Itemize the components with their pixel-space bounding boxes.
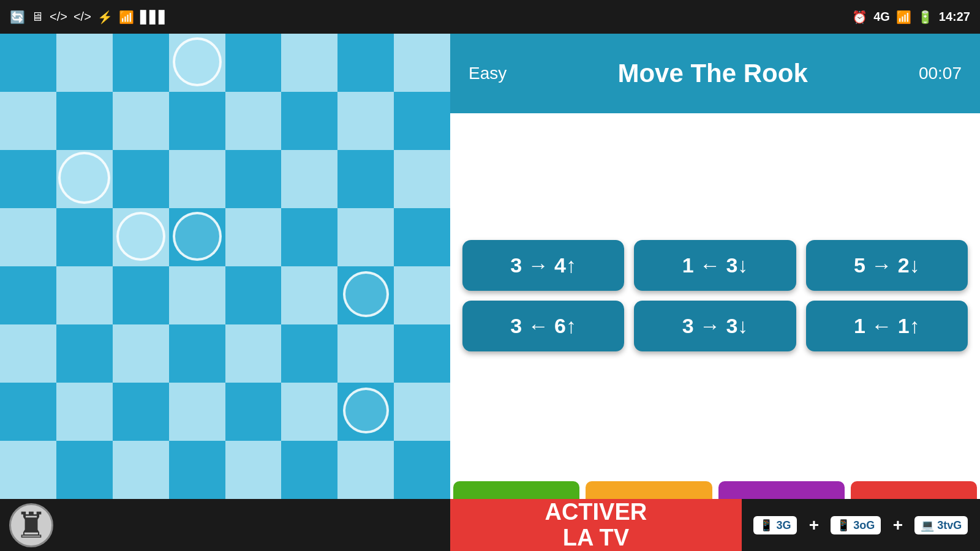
cell-5-1[interactable] [56, 324, 113, 383]
screen-icon: 🖥 [31, 10, 43, 24]
difficulty-label: Easy [469, 64, 507, 83]
cell-1-7[interactable] [394, 92, 450, 150]
move-button-3[interactable]: 5 → 2↓ [806, 240, 968, 291]
chessboard[interactable] [0, 34, 450, 499]
network-label: 4G [873, 10, 890, 24]
cell-4-1[interactable] [56, 266, 113, 324]
piece-circle-2-1[interactable] [58, 152, 110, 204]
cell-5-7[interactable] [394, 324, 450, 383]
cell-5-3[interactable] [169, 324, 225, 383]
barcode-icon: ▋▋▋ [140, 10, 168, 24]
cell-0-7[interactable] [394, 34, 450, 92]
ad-text: ACTIVERLA TV [450, 500, 742, 551]
cell-2-2[interactable] [113, 150, 169, 208]
cell-7-0[interactable] [0, 441, 56, 499]
cell-3-5[interactable] [281, 208, 337, 266]
move-button-6[interactable]: 1 ← 1↑ [806, 301, 968, 351]
cell-0-3[interactable] [169, 34, 225, 92]
cell-5-0[interactable] [0, 324, 56, 383]
cell-4-0[interactable] [0, 266, 56, 324]
ad-banner[interactable]: ACTIVERLA TV 📱 3G + 📱 3oG + 💻 3tvG [450, 499, 980, 551]
cell-3-3[interactable] [169, 208, 225, 266]
move-button-4[interactable]: 3 ← 6↑ [462, 301, 624, 351]
alarm-icon: ⏰ [852, 10, 867, 24]
cell-4-4[interactable] [225, 266, 282, 324]
piece-circle-0-3[interactable] [173, 37, 222, 86]
cell-7-1[interactable] [56, 441, 113, 499]
cell-1-5[interactable] [281, 92, 337, 150]
right-panel: Easy Move The Rook 00:07 3 → 4↑ 1 ← 3↓ 5… [450, 34, 980, 551]
cell-5-4[interactable] [225, 324, 282, 383]
status-right-info: ⏰ 4G 📶 🔋 14:27 [852, 10, 970, 24]
cell-6-4[interactable] [225, 383, 282, 441]
cell-2-4[interactable] [225, 150, 282, 208]
usb-icon: ⚡ [97, 10, 113, 24]
cell-3-1[interactable] [56, 208, 113, 266]
moves-grid: 3 → 4↑ 1 ← 3↓ 5 → 2↓ 3 ← 6↑ 3 → 3↓ 1 ← 1… [462, 240, 968, 351]
cell-5-2[interactable] [113, 324, 169, 383]
cell-4-3[interactable] [169, 266, 225, 324]
cell-6-0[interactable] [0, 383, 56, 441]
cell-0-2[interactable] [113, 34, 169, 92]
code-icon: </> [50, 10, 67, 24]
cell-1-3[interactable] [169, 92, 225, 150]
cell-0-5[interactable] [281, 34, 337, 92]
cell-1-0[interactable] [0, 92, 56, 150]
cell-7-6[interactable] [337, 441, 394, 499]
battery-icon: 🔋 [918, 10, 933, 24]
code2-icon: </> [74, 10, 91, 24]
game-header: Easy Move The Rook 00:07 [450, 34, 980, 113]
move-button-1[interactable]: 3 → 4↑ [462, 240, 624, 291]
cell-6-3[interactable] [169, 383, 225, 441]
piece-circle-3-2[interactable] [116, 212, 165, 261]
cell-4-5[interactable] [281, 266, 337, 324]
cell-1-6[interactable] [337, 92, 394, 150]
cell-3-2[interactable] [113, 208, 169, 266]
cell-6-7[interactable] [394, 383, 450, 441]
cell-7-5[interactable] [281, 441, 337, 499]
cell-7-3[interactable] [169, 441, 225, 499]
cell-6-6[interactable] [337, 383, 394, 441]
cell-0-1[interactable] [56, 34, 113, 92]
cell-4-2[interactable] [113, 266, 169, 324]
cell-6-1[interactable] [56, 383, 113, 441]
cell-6-5[interactable] [281, 383, 337, 441]
cell-7-2[interactable] [113, 441, 169, 499]
refresh-icon: 🔄 [10, 10, 25, 24]
cell-4-6[interactable] [337, 266, 394, 324]
board-bottom-bar: ♜ [0, 499, 450, 551]
time-label: 14:27 [939, 10, 970, 24]
cell-5-5[interactable] [281, 324, 337, 383]
cell-2-1[interactable] [56, 150, 113, 208]
cell-3-4[interactable] [225, 208, 282, 266]
cell-4-7[interactable] [394, 266, 450, 324]
cell-2-3[interactable] [169, 150, 225, 208]
cell-2-5[interactable] [281, 150, 337, 208]
main-content: ♜ Easy Move The Rook 00:07 3 → 4↑ 1 ← 3↓… [0, 34, 980, 551]
cell-6-2[interactable] [113, 383, 169, 441]
cell-3-6[interactable] [337, 208, 394, 266]
cell-5-6[interactable] [337, 324, 394, 383]
piece-circle-4-6[interactable] [343, 271, 389, 317]
moves-area: 3 → 4↑ 1 ← 3↓ 5 → 2↓ 3 ← 6↑ 3 → 3↓ 1 ← 1… [450, 113, 980, 478]
cell-2-7[interactable] [394, 150, 450, 208]
cell-0-6[interactable] [337, 34, 394, 92]
cell-1-1[interactable] [56, 92, 113, 150]
cell-7-7[interactable] [394, 441, 450, 499]
cell-0-0[interactable] [0, 34, 56, 92]
cell-3-0[interactable] [0, 208, 56, 266]
cell-1-2[interactable] [113, 92, 169, 150]
status-left-icons: 🔄 🖥 </> </> ⚡ 📶 ▋▋▋ [10, 10, 168, 24]
cell-3-7[interactable] [394, 208, 450, 266]
move-button-5[interactable]: 3 → 3↓ [634, 301, 796, 351]
ad-device-tablet: 📱 3oG [831, 516, 881, 534]
cell-0-4[interactable] [225, 34, 282, 92]
cell-1-4[interactable] [225, 92, 282, 150]
cell-2-0[interactable] [0, 150, 56, 208]
move-button-2[interactable]: 1 ← 3↓ [634, 240, 796, 291]
cell-2-6[interactable] [337, 150, 394, 208]
cell-7-4[interactable] [225, 441, 282, 499]
piece-circle-3-3[interactable] [173, 212, 222, 261]
piece-circle-6-6[interactable] [343, 388, 389, 433]
ad-plus-2: + [893, 515, 903, 535]
